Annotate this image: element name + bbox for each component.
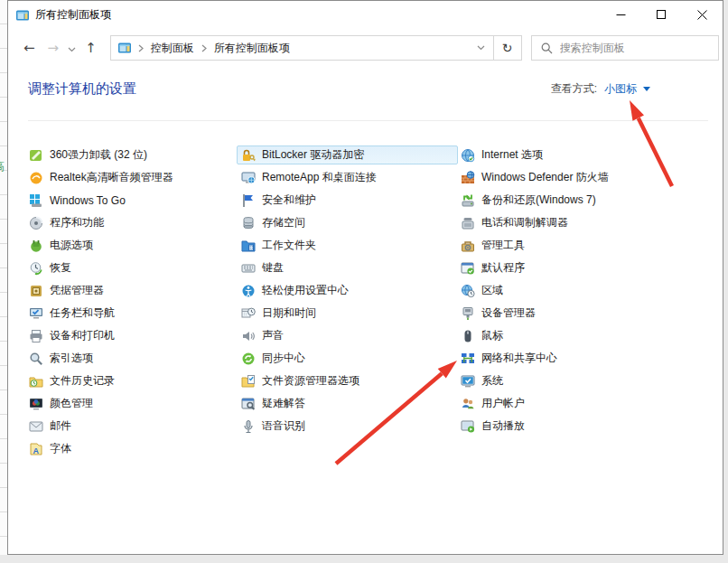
control-panel-item[interactable]: 声音: [237, 326, 458, 345]
control-panel-item[interactable]: Internet 选项: [456, 145, 705, 164]
close-icon: [697, 10, 707, 20]
search-box[interactable]: [531, 35, 719, 61]
control-panel-item[interactable]: 凭据管理器: [24, 281, 238, 300]
control-panel-item[interactable]: 自动播放: [456, 417, 705, 436]
control-panel-item[interactable]: 程序和功能: [24, 213, 238, 232]
control-panel-item[interactable]: RemoteApp 和桌面连接: [237, 168, 458, 187]
control-panel-item[interactable]: BitLocker 驱动器加密: [237, 145, 458, 164]
item-label: 日期和时间: [262, 305, 316, 321]
bitlocker-icon: [241, 148, 256, 163]
360-uninstall-icon: [29, 148, 43, 163]
control-panel-item[interactable]: 索引选项: [24, 349, 238, 368]
defender-firewall-icon: [461, 171, 475, 185]
header-separator: [28, 120, 708, 121]
control-panel-item[interactable]: 同步中心: [237, 349, 458, 368]
control-panel-item[interactable]: 文件资源管理器选项: [237, 371, 458, 390]
control-panel-item[interactable]: 设备管理器: [456, 304, 705, 323]
date-time-icon: [241, 306, 256, 321]
control-panel-item[interactable]: 工作文件夹: [237, 236, 458, 255]
control-panel-item[interactable]: 网络和共享中心: [456, 349, 705, 368]
item-label: 360强力卸载 (32 位): [50, 147, 147, 163]
address-bar[interactable]: 控制面板 所有控制面板项 ↻: [110, 35, 522, 61]
item-label: 任务栏和导航: [50, 305, 115, 321]
programs-features-icon: [29, 216, 43, 230]
control-panel-item[interactable]: 系统: [456, 371, 705, 390]
item-label: 索引选项: [50, 351, 93, 366]
network-sharing-icon: [461, 352, 475, 366]
breadcrumb-separator-icon: [136, 44, 145, 52]
control-panel-item[interactable]: 颜色管理: [24, 394, 238, 413]
sync-center-icon: [241, 352, 256, 366]
power-options-icon: [29, 239, 43, 253]
item-label: 程序和功能: [50, 215, 104, 230]
breadcrumb-all-items[interactable]: 所有控制面板项: [209, 41, 295, 56]
control-panel-item[interactable]: 默认程序: [456, 258, 705, 277]
item-label: 颜色管理: [50, 396, 93, 411]
background-text-fragment: 高: [0, 159, 5, 174]
item-label: 文件历史记录: [50, 373, 115, 389]
control-panel-item[interactable]: Windows To Go: [24, 191, 238, 210]
control-panel-item[interactable]: Windows Defender 防火墙: [456, 168, 705, 187]
maximize-button[interactable]: [641, 1, 682, 29]
view-by-caret-icon[interactable]: [643, 87, 650, 91]
windows-to-go-icon: [29, 193, 43, 208]
control-panel-item[interactable]: 日期和时间: [237, 304, 458, 323]
work-folders-icon: [241, 239, 256, 253]
control-panel-item[interactable]: 文件历史记录: [24, 371, 238, 390]
close-button[interactable]: [682, 1, 723, 29]
item-label: 字体: [50, 441, 71, 456]
control-panel-item[interactable]: 管理工具: [456, 236, 705, 255]
back-button[interactable]: ←: [17, 42, 42, 55]
color-management-icon: [29, 397, 43, 411]
forward-button[interactable]: →: [42, 42, 66, 55]
item-label: 网络和共享中心: [481, 351, 557, 366]
control-panel-window: 所有控制面板项 ← → ↑: [7, 0, 723, 555]
items-column-2: BitLocker 驱动器加密RemoteApp 和桌面连接安全和维护存储空间工…: [240, 145, 458, 439]
breadcrumb-control-panel[interactable]: 控制面板: [145, 41, 200, 56]
control-panel-item[interactable]: 区域: [456, 281, 705, 300]
control-panel-item[interactable]: 360强力卸载 (32 位): [24, 145, 238, 164]
view-by-value-link[interactable]: 小图标: [604, 81, 637, 97]
refresh-button[interactable]: ↻: [493, 36, 521, 60]
item-label: BitLocker 驱动器加密: [262, 147, 364, 163]
control-panel-item[interactable]: 存储空间: [237, 213, 458, 232]
view-by-label: 查看方式:: [551, 81, 597, 97]
control-panel-item[interactable]: 恢复: [24, 258, 238, 277]
control-panel-item[interactable]: 疑难解答: [237, 394, 458, 413]
phone-modem-icon: [461, 216, 475, 230]
svg-text:A: A: [33, 446, 40, 455]
maximize-icon: [657, 10, 667, 20]
control-panel-item[interactable]: 语音识别: [237, 417, 458, 436]
item-label: 区域: [481, 283, 503, 298]
device-manager-icon: [461, 306, 475, 321]
up-button[interactable]: ↑: [79, 42, 103, 55]
system-icon: [461, 374, 475, 389]
item-label: 设备和打印机: [50, 328, 115, 343]
page-title: 调整计算机的设置: [28, 80, 136, 98]
storage-spaces-icon: [241, 216, 256, 230]
recent-pages-chevron-icon[interactable]: [65, 40, 79, 56]
control-panel-item[interactable]: 电源选项: [24, 236, 238, 255]
control-panel-item[interactable]: 邮件: [24, 417, 238, 436]
item-label: Windows Defender 防火墙: [481, 170, 609, 185]
control-panel-item[interactable]: 轻松使用设置中心: [237, 281, 458, 300]
control-panel-item[interactable]: 任务栏和导航: [24, 304, 238, 323]
search-input[interactable]: [558, 41, 718, 55]
control-panel-item[interactable]: 备份和还原(Windows 7): [456, 191, 705, 210]
control-panel-item[interactable]: 用户帐户: [456, 394, 705, 413]
item-label: 备份和还原(Windows 7): [481, 192, 596, 208]
control-panel-item[interactable]: 安全和维护: [237, 191, 458, 210]
minimize-button[interactable]: [601, 1, 641, 29]
control-panel-item[interactable]: 键盘: [237, 258, 458, 277]
control-panel-item[interactable]: 鼠标: [456, 326, 705, 345]
control-panel-item[interactable]: A字体: [24, 439, 238, 458]
navigation-toolbar: ← → ↑ 控制面板 所有控制面板项: [8, 29, 723, 67]
minimize-icon: [616, 10, 626, 20]
keyboard-icon: [241, 261, 256, 276]
control-panel-item[interactable]: Realtek高清晰音频管理器: [24, 168, 238, 187]
control-panel-item[interactable]: 设备和打印机: [24, 326, 238, 345]
address-dropdown-chevron-icon[interactable]: [469, 45, 493, 51]
item-label: 默认程序: [481, 260, 525, 276]
admin-tools-icon: [461, 239, 475, 253]
control-panel-item[interactable]: 电话和调制解调器: [456, 213, 705, 232]
